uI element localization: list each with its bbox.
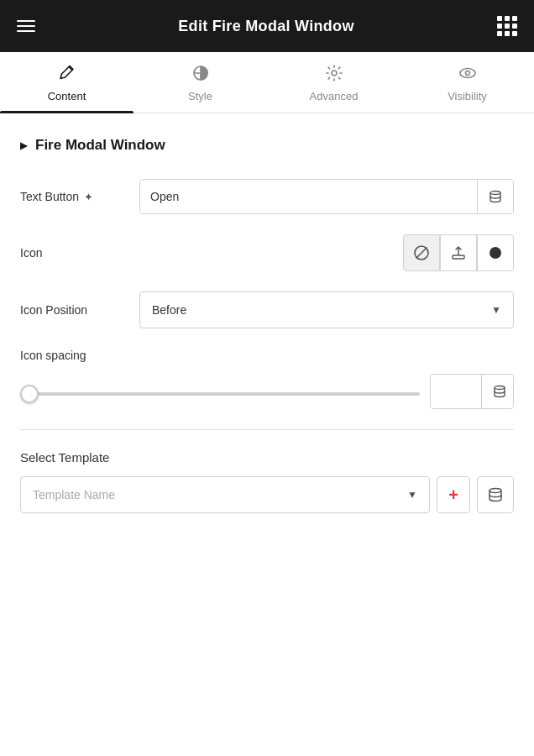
svg-point-8 (490, 247, 501, 259)
icon-spacing-number-input[interactable] (431, 375, 481, 408)
icon-position-control: Before ▼ (139, 291, 514, 328)
template-dropdown[interactable]: Template Name ▼ (20, 476, 430, 513)
svg-point-2 (460, 69, 475, 78)
svg-point-1 (332, 71, 337, 76)
svg-point-10 (490, 489, 501, 493)
icon-options (403, 234, 514, 271)
icon-label: Icon (20, 246, 129, 260)
icon-spacing-db-icon[interactable] (481, 375, 514, 408)
sparkle-icon: ✦ (84, 191, 93, 203)
text-button-row: Text Button ✦ (20, 179, 514, 214)
text-button-label: Text Button ✦ (20, 190, 129, 203)
style-tab-label: Style (188, 90, 212, 102)
slider-wrapper (20, 384, 420, 399)
icon-spacing-section: Icon spacing (20, 349, 514, 409)
section-title: ▶ Fire Modal Window (20, 137, 514, 154)
template-add-button[interactable]: + (437, 476, 470, 513)
text-button-control (139, 179, 514, 214)
header-title: Edit Fire Modal Window (178, 18, 353, 35)
style-tab-icon (191, 64, 210, 85)
template-db-icon[interactable] (477, 476, 514, 513)
svg-line-6 (416, 248, 427, 259)
icon-position-dropdown[interactable]: Before ▼ (139, 291, 514, 328)
icon-position-value: Before (152, 303, 186, 317)
tab-content[interactable]: Content (0, 52, 134, 113)
icon-position-label: Icon Position (20, 303, 129, 317)
icon-option-circle[interactable] (477, 234, 514, 271)
slider-row (20, 374, 514, 409)
divider (20, 429, 514, 430)
select-template-section: Select Template Template Name ▼ + (20, 450, 514, 513)
text-button-input-wrapper (139, 179, 514, 214)
icon-option-none[interactable] (403, 234, 440, 271)
content-tab-icon (58, 64, 76, 85)
select-template-label: Select Template (20, 450, 514, 465)
svg-point-3 (465, 71, 469, 76)
advanced-tab-label: Advanced (310, 90, 359, 102)
icon-spacing-number-wrapper (430, 374, 514, 409)
advanced-tab-icon (325, 64, 343, 85)
content-area: ▶ Fire Modal Window Text Button ✦ (0, 113, 534, 533)
icon-spacing-label: Icon spacing (20, 349, 514, 362)
template-placeholder: Template Name (33, 488, 115, 501)
tab-advanced[interactable]: Advanced (267, 52, 400, 113)
tab-style[interactable]: Style (134, 52, 267, 113)
icon-position-dropdown-arrow: ▼ (491, 304, 501, 316)
icon-option-upload[interactable] (440, 234, 477, 271)
svg-point-9 (495, 386, 505, 390)
icon-position-row: Icon Position Before ▼ (20, 291, 514, 328)
plus-icon: + (448, 486, 458, 505)
section-title-text: Fire Modal Window (35, 137, 165, 154)
text-button-db-icon[interactable] (477, 180, 513, 213)
visibility-tab-icon (458, 64, 477, 85)
visibility-tab-label: Visibility (448, 90, 487, 102)
tab-visibility[interactable]: Visibility (400, 52, 534, 113)
svg-point-4 (490, 192, 500, 195)
template-select-row: Template Name ▼ + (20, 476, 514, 513)
content-tab-label: Content (48, 90, 86, 102)
apps-grid-icon[interactable] (497, 16, 517, 36)
hamburger-menu-icon[interactable] (17, 20, 35, 32)
template-dropdown-arrow: ▼ (407, 489, 417, 501)
tabs-bar: Content Style Advanced Visibility (0, 52, 534, 113)
icon-row: Icon (20, 234, 514, 271)
header: Edit Fire Modal Window (0, 0, 534, 52)
text-button-input[interactable] (140, 180, 477, 213)
icon-spacing-slider[interactable] (20, 392, 420, 396)
svg-rect-7 (453, 255, 464, 259)
section-collapse-arrow[interactable]: ▶ (20, 140, 27, 151)
